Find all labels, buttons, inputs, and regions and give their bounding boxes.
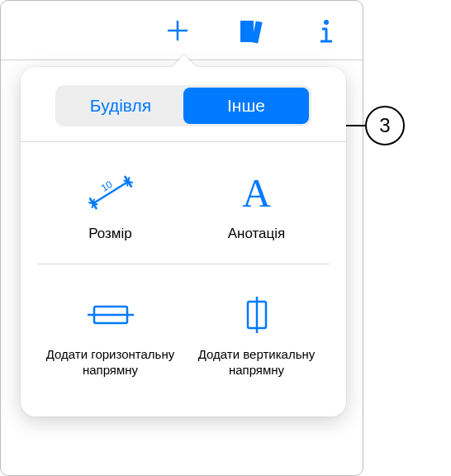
segment-building[interactable]: Будівля xyxy=(58,88,183,124)
item-vguide[interactable]: Додати вертикальну напрямну xyxy=(183,284,330,393)
info-button[interactable] xyxy=(311,16,341,45)
svg-point-5 xyxy=(324,20,329,25)
item-annotation[interactable]: A Анотація xyxy=(183,162,330,257)
hguide-icon xyxy=(86,291,135,339)
library-button[interactable] xyxy=(237,16,267,45)
svg-rect-3 xyxy=(248,21,253,41)
info-icon xyxy=(314,17,339,45)
item-dimension[interactable]: 10 Розмір xyxy=(37,162,183,257)
svg-rect-2 xyxy=(241,21,246,41)
add-button[interactable] xyxy=(163,16,192,45)
books-icon xyxy=(238,17,266,45)
segment-other[interactable]: Інше xyxy=(183,88,309,124)
item-label: Додати вертикальну напрямну xyxy=(187,347,326,378)
panel-container: Будівля Інше xyxy=(0,0,363,476)
svg-rect-4 xyxy=(253,21,262,42)
callout-number: 3 xyxy=(365,106,405,145)
toolbar xyxy=(1,1,363,60)
item-label: Додати горизонтальну напрямну xyxy=(40,347,180,378)
dimension-icon: 10 xyxy=(85,169,136,217)
item-label: Розмір xyxy=(88,225,132,242)
item-label: Анотація xyxy=(228,225,286,242)
plus-icon xyxy=(164,17,191,44)
segmented-control[interactable]: Будівля Інше xyxy=(55,85,311,126)
add-popover: Будівля Інше xyxy=(21,67,346,416)
item-hguide[interactable]: Додати горизонтальну напрямну xyxy=(37,284,183,393)
item-grid-1: 10 Розмір A Анотація xyxy=(21,142,346,264)
item-grid-2: Додати горизонтальну напрямну Додати вер… xyxy=(21,264,346,400)
vguide-icon xyxy=(236,291,278,339)
annotation-icon: A xyxy=(242,169,271,217)
